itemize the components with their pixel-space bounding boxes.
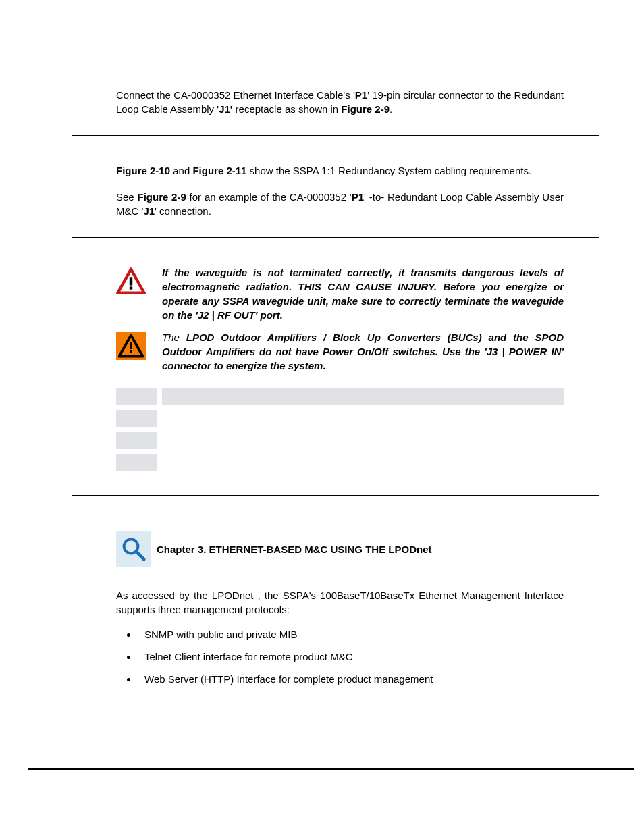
caution-callout: The LPOD Outdoor Amplifiers / Block Up C… bbox=[116, 330, 564, 373]
svg-rect-4 bbox=[130, 277, 132, 285]
divider bbox=[72, 135, 599, 136]
grey-box bbox=[162, 388, 564, 405]
list-item: Web Server (HTTP) Interface for complete… bbox=[138, 673, 564, 685]
chapter-heading-row: Chapter 3. ETHERNET-BASED M&C USING THE … bbox=[116, 531, 564, 567]
list-item: Telnet Client interface for remote produ… bbox=[138, 651, 564, 662]
list-item: SNMP with public and private MIB bbox=[138, 629, 564, 640]
divider bbox=[72, 237, 599, 238]
svg-rect-5 bbox=[130, 286, 132, 289]
divider bbox=[28, 768, 634, 770]
svg-rect-8 bbox=[130, 350, 132, 353]
caution-icon bbox=[116, 332, 146, 360]
placeholder-grid bbox=[116, 388, 564, 471]
svg-line-10 bbox=[136, 552, 144, 559]
page-content: Connect the CA-0000352 Ethernet Interfac… bbox=[0, 0, 644, 834]
paragraph-protocols: As accessed by the LPODnet , the SSPA's … bbox=[116, 588, 564, 617]
grey-box bbox=[116, 410, 157, 427]
chapter-title: Chapter 3. ETHERNET-BASED M&C USING THE … bbox=[157, 544, 432, 555]
grey-box bbox=[116, 388, 157, 405]
paragraph-see-fig: See Figure 2-9 for an example of the CA-… bbox=[116, 190, 564, 218]
danger-text: If the waveguide is not terminated corre… bbox=[162, 265, 564, 322]
magnify-icon bbox=[116, 531, 151, 567]
caution-text: The LPOD Outdoor Amplifiers / Block Up C… bbox=[162, 330, 564, 373]
svg-rect-7 bbox=[130, 342, 132, 349]
danger-callout: If the waveguide is not terminated corre… bbox=[116, 265, 564, 322]
divider bbox=[72, 495, 599, 496]
paragraph-connect: Connect the CA-0000352 Ethernet Interfac… bbox=[116, 88, 564, 116]
grey-box bbox=[116, 454, 157, 471]
danger-icon bbox=[116, 267, 146, 295]
paragraph-figures: Figure 2-10 and Figure 2-11 show the SSP… bbox=[116, 163, 564, 178]
grey-box bbox=[116, 432, 157, 449]
protocol-list: SNMP with public and private MIB Telnet … bbox=[138, 629, 564, 685]
